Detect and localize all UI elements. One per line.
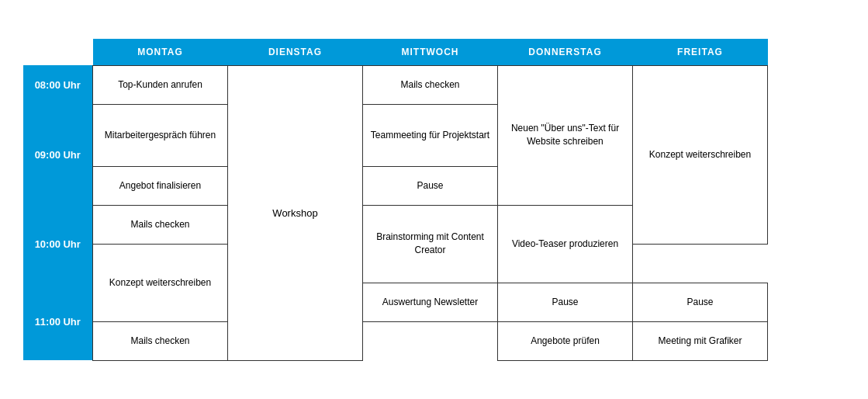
header-freitag: FREITAG bbox=[633, 39, 768, 66]
event-montag-angebot: Angebot finalisieren bbox=[93, 166, 228, 205]
event-donnerstag-neuen: Neuen "Über uns"-Text für Website schrei… bbox=[498, 65, 633, 205]
event-montag-konzept: Konzept weiterschreiben bbox=[93, 244, 228, 321]
event-freitag-konzept: Konzept weiterschreiben bbox=[633, 65, 768, 244]
event-mittwoch-pause: Pause bbox=[363, 166, 498, 205]
freitag-empty-2 bbox=[633, 244, 768, 283]
event-mittwoch-auswertung: Auswertung Newsletter bbox=[363, 283, 498, 321]
mittwoch-empty bbox=[363, 321, 498, 360]
header-dienstag: DIENSTAG bbox=[228, 39, 363, 66]
time-1000: 10:00 Uhr bbox=[23, 205, 93, 283]
event-freitag-meeting: Meeting mit Grafiker bbox=[633, 321, 768, 360]
event-montag-mails: Mails checken bbox=[93, 205, 228, 244]
event-freitag-pause: Pause bbox=[633, 283, 768, 321]
event-mittwoch-brainstorming: Brainstorming mit Content Creator bbox=[363, 205, 498, 283]
event-montag-top-kunden: Top-Kunden anrufen bbox=[93, 65, 228, 104]
header-time bbox=[23, 39, 93, 66]
event-dienstag-workshop: Workshop bbox=[228, 65, 363, 360]
event-mittwoch-teammeeting: Teammeeting für Projektstart bbox=[363, 104, 498, 166]
time-0800: 08:00 Uhr bbox=[23, 65, 93, 104]
event-dienstag-mails: Mails checken bbox=[93, 321, 228, 360]
header-montag: MONTAG bbox=[93, 39, 228, 66]
time-1100: 11:00 Uhr bbox=[23, 283, 93, 360]
header-mittwoch: MITTWOCH bbox=[363, 39, 498, 66]
event-donnerstag-angebote: Angebote prüfen bbox=[498, 321, 633, 360]
event-donnerstag-pause: Pause bbox=[498, 283, 633, 321]
event-montag-mitarbeiter: Mitarbeitergespräch führen bbox=[93, 104, 228, 166]
schedule-container: MONTAG DIENSTAG MITTWOCH DONNERSTAG FREI… bbox=[8, 23, 861, 376]
event-donnerstag-video: Video-Teaser produzieren bbox=[498, 205, 633, 283]
weekly-schedule: MONTAG DIENSTAG MITTWOCH DONNERSTAG FREI… bbox=[23, 39, 846, 361]
event-mittwoch-mails: Mails checken bbox=[363, 65, 498, 104]
time-0900: 09:00 Uhr bbox=[23, 104, 93, 205]
freitag-empty-1 bbox=[768, 205, 846, 244]
header-donnerstag: DONNERSTAG bbox=[498, 39, 633, 66]
